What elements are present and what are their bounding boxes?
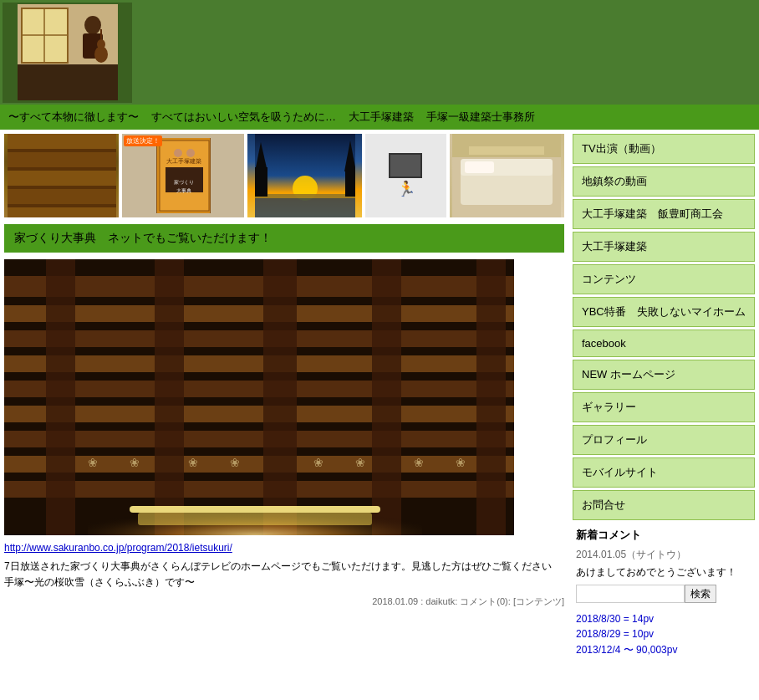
main-image-container: ❀ ❀ ❀ ❀ ❀ ❀ ❀ ❀ (4, 259, 564, 535)
svg-text:❀: ❀ (230, 456, 240, 469)
svg-rect-1 (18, 63, 118, 100)
stat-2: 2018/8/29 = 10pv (573, 626, 755, 641)
green-banner: 家づくり大事典 ネットでもご覧いただけます！ (4, 224, 564, 253)
article-text: 7日放送された家づくり大事典がさくらんぼテレビのホームページでもご覧いただけます… (4, 559, 564, 590)
sidebar-item-mobile[interactable]: モバイルサイト (573, 457, 755, 488)
content-area: 放送決定！ 大工手塚建築 家づくり 大事典 (0, 130, 568, 663)
navbar: 〜すべて本物に徹します〜 すべてはおいしい空気を吸うために… 大工手塚建築 手塚… (0, 105, 759, 130)
svg-point-23 (174, 149, 182, 157)
svg-rect-63 (130, 506, 380, 513)
sidebar-item-shokou[interactable]: 大工手塚建築 飯豊町商工会 (573, 199, 755, 229)
sidebar-item-tv[interactable]: TV出演（動画） (573, 134, 755, 164)
stat-3: 2013/12/4 〜 90,003pv (573, 641, 755, 659)
svg-rect-40 (4, 276, 514, 297)
svg-point-9 (97, 39, 105, 49)
nav-item-2[interactable]: すべてはおいしい空気を吸うために… (151, 110, 336, 125)
svg-rect-43 (4, 355, 514, 372)
svg-text:❀: ❀ (456, 456, 466, 469)
nav-item-4[interactable]: 手塚一級建築士事務所 (426, 110, 535, 125)
svg-text:大工手塚建築: 大工手塚建築 (166, 158, 201, 164)
article-link[interactable]: http://www.sakuranbo.co.jp/program/2018/… (4, 542, 564, 554)
svg-rect-46 (4, 431, 514, 447)
svg-rect-28 (255, 194, 355, 198)
sidebar: TV出演（動画） 地鎮祭の動画 大工手塚建築 飯豊町商工会 大工手塚建築 コンテ… (568, 130, 759, 663)
search-input[interactable] (576, 585, 685, 603)
book-svg: 大工手塚建築 家づくり 大事典 (157, 138, 210, 213)
svg-point-24 (186, 149, 195, 157)
svg-text:❀: ❀ (130, 456, 140, 469)
svg-text:❀: ❀ (313, 456, 323, 469)
svg-text:❀: ❀ (355, 456, 365, 469)
wood-illustration (8, 134, 116, 217)
sidebar-item-gallery[interactable]: ギャラリー (573, 392, 755, 422)
svg-rect-64 (138, 513, 372, 525)
strip-wood (4, 134, 119, 217)
sidebar-item-contact[interactable]: お問合せ (573, 490, 755, 520)
svg-rect-31 (345, 167, 355, 197)
sunset-svg (255, 134, 355, 217)
book-cover: 大工手塚建築 家づくり 大事典 (156, 138, 211, 213)
svg-rect-41 (4, 305, 514, 322)
svg-text:❀: ❀ (188, 456, 198, 469)
svg-rect-29 (255, 167, 267, 197)
figure-illustration: 🏃 (389, 153, 422, 198)
sidebar-item-new-hp[interactable]: NEW ホームページ (573, 360, 755, 390)
sidebar-item-jichinsai[interactable]: 地鎮祭の動画 (573, 166, 755, 197)
svg-rect-13 (8, 152, 116, 167)
svg-rect-16 (8, 207, 116, 217)
svg-text:❀: ❀ (88, 456, 98, 469)
svg-rect-42 (4, 330, 514, 347)
comment-date: 2014.01.05（サイトウ） (573, 546, 755, 564)
header-illustration (18, 4, 118, 100)
header (0, 0, 759, 105)
svg-rect-12 (8, 134, 116, 149)
ceiling-svg: ❀ ❀ ❀ ❀ ❀ ❀ ❀ ❀ (4, 259, 514, 535)
sidebar-item-tezuka[interactable]: 大工手塚建築 (573, 232, 755, 262)
green-banner-text: 家づくり大事典 ネットでもご覧いただけます！ (14, 231, 272, 244)
svg-rect-53 (476, 259, 506, 535)
sidebar-item-profile[interactable]: プロフィール (573, 425, 755, 455)
strip-couple: 放送決定！ 大工手塚建築 家づくり 大事典 (122, 134, 243, 217)
header-photo (3, 3, 132, 103)
image-strip: 放送決定！ 大工手塚建築 家づくり 大事典 (4, 134, 564, 217)
svg-rect-49 (46, 259, 75, 535)
svg-rect-47 (4, 456, 514, 473)
svg-rect-15 (8, 189, 116, 204)
recent-comments-title: 新着コメント (573, 523, 755, 546)
nav-item-1[interactable]: 〜すべて本物に徹します〜 (8, 110, 139, 125)
svg-text:大事典: 大事典 (176, 188, 191, 193)
room-svg (452, 134, 561, 217)
svg-rect-14 (8, 171, 116, 186)
stat-1: 2018/8/30 = 14pv (573, 611, 755, 626)
svg-text:家づくり: 家づくり (174, 179, 194, 186)
strip-figure: 🏃 (365, 134, 446, 217)
nav-item-3[interactable]: 大工手塚建築 (349, 110, 414, 125)
svg-rect-44 (4, 381, 514, 397)
search-button[interactable]: 検索 (685, 585, 716, 603)
svg-rect-38 (469, 146, 544, 155)
tv-icon (389, 153, 422, 178)
svg-point-6 (84, 16, 101, 34)
sidebar-item-facebook[interactable]: facebook (573, 330, 755, 357)
sidebar-item-contents[interactable]: コンテンツ (573, 264, 755, 294)
strip-sunset (247, 134, 362, 217)
comment-text: あけましておめでとうございます！ (573, 564, 755, 581)
couple-badge: 放送決定！ (124, 135, 162, 146)
search-area: 検索 (573, 581, 755, 606)
svg-rect-45 (4, 406, 514, 422)
main-layout: 放送決定！ 大工手塚建築 家づくり 大事典 (0, 130, 759, 663)
person-icon: 🏃 (397, 180, 414, 198)
main-image: ❀ ❀ ❀ ❀ ❀ ❀ ❀ ❀ (4, 259, 514, 535)
svg-rect-36 (465, 161, 494, 173)
article-meta: 2018.01.09 : daikutk: コメント(0): [コンテンツ] (4, 595, 564, 608)
svg-text:❀: ❀ (414, 456, 424, 469)
strip-room (450, 134, 564, 217)
sidebar-item-ybc[interactable]: YBC特番 失敗しないマイホーム (573, 297, 755, 327)
